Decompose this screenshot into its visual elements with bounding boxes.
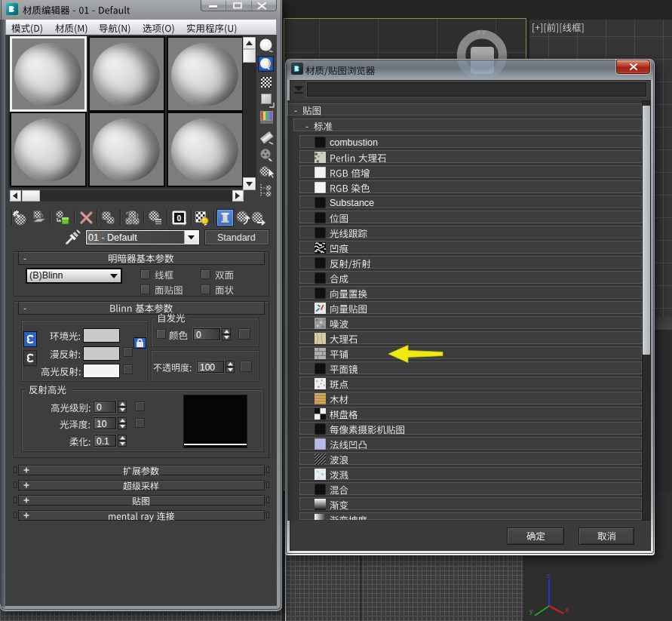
svg-text:0: 0 [177,214,182,223]
svg-text:x: x [565,606,569,613]
svg-text:z: z [547,572,551,579]
svg-text:y: y [529,607,533,615]
